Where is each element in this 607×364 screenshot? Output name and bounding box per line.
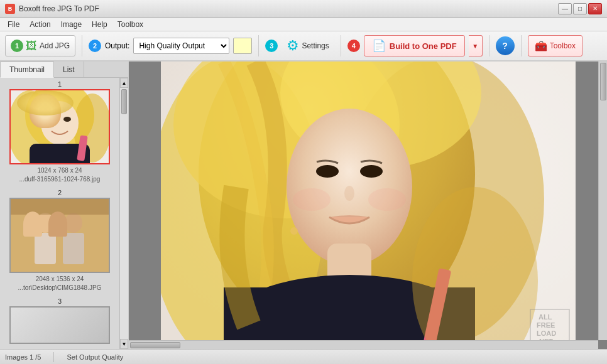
separator-2 xyxy=(258,35,259,56)
status-quality: Set Output Quality xyxy=(67,353,123,361)
tab-list[interactable]: List xyxy=(54,62,84,77)
svg-point-4 xyxy=(41,101,79,145)
scroll-up-arrow[interactable]: ▲ xyxy=(120,78,128,88)
svg-point-33 xyxy=(290,227,298,235)
svg-point-5 xyxy=(48,117,56,122)
svg-rect-15 xyxy=(11,199,109,215)
list-item: 2 xyxy=(3,189,117,292)
settings-label: Settings xyxy=(302,41,329,50)
thumbnail-content: 1 xyxy=(0,78,119,349)
menu-help[interactable]: Help xyxy=(87,19,112,30)
status-images: Images 1 /5 xyxy=(5,353,41,361)
left-panel: Thumbnail List 1 xyxy=(0,62,129,349)
svg-text:LOAD: LOAD xyxy=(537,329,556,337)
app-icon: B xyxy=(5,4,15,14)
menu-image[interactable]: Image xyxy=(56,19,87,30)
preview-image: ALL FREE LOAD .NET xyxy=(161,62,576,349)
svg-text:ALL: ALL xyxy=(539,313,552,321)
build-dropdown-arrow[interactable]: ▼ xyxy=(469,35,483,56)
thumb-frame-3[interactable] xyxy=(9,306,110,344)
preview-photo: ALL FREE LOAD .NET xyxy=(161,62,576,349)
preview-vscroll-thumb[interactable] xyxy=(600,63,606,100)
thumb-image-2 xyxy=(11,199,109,272)
step4-num: 4 xyxy=(347,40,360,52)
scroll-down-arrow[interactable]: ▼ xyxy=(120,339,128,349)
separator-1 xyxy=(82,35,82,56)
svg-point-26 xyxy=(360,165,383,178)
menu-toolbox[interactable]: Toolbox xyxy=(112,19,148,30)
title-bar-left: B Boxoft free JPG To PDF xyxy=(5,4,99,14)
thumb-num-3: 3 xyxy=(3,297,117,305)
build-label: Build to One PDF xyxy=(390,41,457,51)
preview-horizontal-scrollbar[interactable] xyxy=(129,340,598,349)
separator-5 xyxy=(521,35,522,56)
menu-bar: File Action Image Help Toolbox xyxy=(0,18,607,31)
preview-vertical-scrollbar[interactable] xyxy=(598,62,607,340)
thumb-dimensions-1: 1024 x 768 x 24 xyxy=(3,166,117,175)
output-quality-select[interactable]: High Quality Output Medium Quality Outpu… xyxy=(133,38,229,54)
thumb-num-1: 1 xyxy=(3,80,117,88)
minimize-button[interactable]: — xyxy=(558,3,572,14)
thumb-filename-2: ...tor\Desktop\CIMG1848.JPG xyxy=(3,284,117,292)
add-jpg-icon: 🖼 xyxy=(26,40,37,53)
thumb-meta-2: 2048 x 1536 x 24 ...tor\Desktop\CIMG1848… xyxy=(3,275,117,292)
thumb-filename-1: ...duff-3165961-1024-768.jpg xyxy=(3,175,117,184)
window-controls: — □ ✕ xyxy=(558,3,602,14)
svg-rect-12 xyxy=(35,233,56,264)
toolbar: 1 🖼 Add JPG 2 Output: High Quality Outpu… xyxy=(0,31,607,62)
help-button[interactable]: ? xyxy=(496,36,515,55)
menu-action[interactable]: Action xyxy=(25,19,55,30)
preview-hscroll-thumb[interactable] xyxy=(130,342,180,348)
tab-bar: Thumbnail List xyxy=(0,62,128,78)
separator-3 xyxy=(341,35,341,56)
svg-text:FREE: FREE xyxy=(537,321,555,329)
settings-icon: ⚙ xyxy=(287,38,299,54)
toolbox-icon: 🧰 xyxy=(535,40,547,52)
thumbnail-scroll-container: 1 xyxy=(0,78,128,349)
svg-point-13 xyxy=(65,213,82,233)
svg-point-27 xyxy=(344,186,354,201)
thumbnail-list: 1 xyxy=(0,78,119,349)
list-item: 3 xyxy=(3,297,117,344)
preview-area: ALL FREE LOAD .NET xyxy=(129,62,607,349)
svg-point-11 xyxy=(36,213,54,233)
color-picker-button[interactable] xyxy=(233,38,252,54)
thumb-frame-1[interactable] xyxy=(9,89,110,164)
step3-num: 3 xyxy=(265,40,278,52)
main-area: Thumbnail List 1 xyxy=(0,62,607,349)
thumb-dimensions-2: 2048 x 1536 x 24 xyxy=(3,275,117,284)
svg-point-29 xyxy=(368,188,406,211)
status-divider xyxy=(53,352,54,362)
add-jpg-label: Add JPG xyxy=(40,41,70,50)
separator-4 xyxy=(489,35,489,56)
output-label: Output: xyxy=(105,41,129,50)
settings-button[interactable]: ⚙ Settings xyxy=(282,35,334,56)
thumb-meta-1: 1024 x 768 x 24 ...duff-3165961-1024-768… xyxy=(3,166,117,184)
toolbox-button[interactable]: 🧰 Toolbox xyxy=(528,35,582,56)
toolbox-label: Toolbox xyxy=(550,41,576,50)
tab-thumbnail[interactable]: Thumbnail xyxy=(0,62,54,78)
thumb-num-2: 2 xyxy=(3,189,117,196)
pdf-icon: 📄 xyxy=(372,39,386,53)
scroll-track xyxy=(120,88,128,339)
menu-file[interactable]: File xyxy=(3,19,25,30)
list-item: 1 xyxy=(3,80,117,184)
svg-rect-14 xyxy=(63,233,84,264)
close-button[interactable]: ✕ xyxy=(588,3,602,14)
svg-point-6 xyxy=(63,117,71,122)
thumb-image-1 xyxy=(11,90,109,163)
thumb-frame-2[interactable] xyxy=(9,198,110,273)
app-title: Boxoft free JPG To PDF xyxy=(19,4,99,13)
svg-point-25 xyxy=(316,165,339,178)
thumb-image-3 xyxy=(11,308,109,343)
maximize-button[interactable]: □ xyxy=(573,3,587,14)
add-jpg-button[interactable]: 1 🖼 Add JPG xyxy=(5,35,75,56)
status-bar: Images 1 /5 Set Output Quality xyxy=(0,349,607,364)
title-bar: B Boxoft free JPG To PDF — □ ✕ xyxy=(0,0,607,18)
build-pdf-button[interactable]: 📄 Build to One PDF xyxy=(364,35,465,56)
step1-num: 1 xyxy=(11,40,23,52)
thumbnail-scrollbar[interactable]: ▲ ▼ xyxy=(119,78,128,349)
scroll-thumb[interactable] xyxy=(121,89,127,114)
svg-point-28 xyxy=(293,188,331,211)
step2-num: 2 xyxy=(89,40,101,52)
